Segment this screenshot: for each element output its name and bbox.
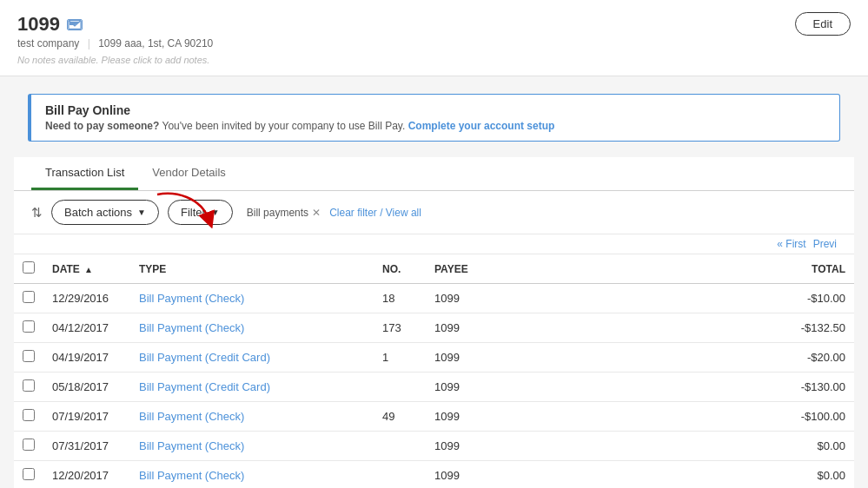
header-section: 1099 Edit test company | 1099 aaa, 1st, …	[0, 0, 868, 76]
row-checkbox-cell	[14, 373, 43, 402]
table-row: 04/19/2017 Bill Payment (Credit Card) 1 …	[14, 343, 854, 373]
batch-actions-button[interactable]: Batch actions ▼	[51, 200, 159, 225]
edit-button[interactable]: Edit	[795, 12, 851, 36]
vendor-subtitle: test company | 1099 aaa, 1st, CA 90210	[17, 37, 851, 49]
row-checkbox-cell	[14, 343, 43, 373]
row-date-1: 04/12/2017	[43, 313, 130, 343]
pipe-divider: |	[88, 37, 90, 49]
row-type-6[interactable]: Bill Payment (Check)	[130, 461, 374, 489]
bill-pay-desc-middle: You've been invited by your company to u…	[162, 120, 406, 132]
row-total-5: $0.00	[600, 432, 854, 461]
header-date[interactable]: DATE ▲	[43, 254, 130, 284]
row-checkbox-1[interactable]	[23, 320, 35, 333]
tabs-row: Transaction List Vendor Details	[31, 157, 837, 190]
pagination-first[interactable]: « First	[777, 238, 805, 250]
row-date-5: 07/31/2017	[43, 432, 130, 461]
tab-vendor-details-label: Vendor Details	[152, 166, 226, 179]
row-total-1: -$132.50	[600, 313, 854, 343]
clear-filter-link[interactable]: Clear filter / View all	[329, 207, 421, 219]
row-total-0: -$10.00	[600, 284, 854, 313]
row-checkbox-cell	[14, 432, 43, 461]
row-no-5	[374, 432, 426, 461]
filter-chevron: ▼	[211, 208, 220, 217]
vendor-address: 1099 aaa, 1st, CA 90210	[98, 37, 213, 49]
row-checkbox-0[interactable]	[23, 291, 35, 303]
row-type-3[interactable]: Bill Payment (Credit Card)	[130, 373, 374, 402]
row-checkbox-5[interactable]	[23, 439, 35, 451]
table-row: 05/18/2017 Bill Payment (Credit Card) 10…	[14, 373, 854, 402]
row-type-4[interactable]: Bill Payment (Check)	[130, 402, 374, 432]
header-title-area: 1099	[17, 13, 83, 36]
page-container: 1099 Edit test company | 1099 aaa, 1st, …	[0, 0, 868, 488]
row-date-3: 05/18/2017	[43, 373, 130, 402]
email-icon[interactable]	[67, 19, 83, 30]
svg-rect-0	[69, 21, 81, 30]
row-checkbox-cell	[14, 461, 43, 489]
row-payee-2: 1099	[426, 343, 600, 373]
header-type[interactable]: TYPE	[130, 254, 374, 284]
toolbar: ⇅ Batch actions ▼ Filter ▼ Bill payments…	[14, 191, 854, 234]
row-payee-4: 1099	[426, 402, 600, 432]
row-checkbox-2[interactable]	[23, 350, 35, 362]
row-total-6: $0.00	[600, 461, 854, 489]
table-header-row: DATE ▲ TYPE NO. PAYEE TOTAL	[14, 254, 854, 284]
pagination-row: « First Previ	[14, 234, 854, 254]
row-no-2: 1	[374, 343, 426, 373]
row-type-5[interactable]: Bill Payment (Check)	[130, 432, 374, 461]
row-no-3	[374, 373, 426, 402]
bill-pay-title: Bill Pay Online	[45, 103, 825, 117]
table-row: 07/31/2017 Bill Payment (Check) 1099 $0.…	[14, 432, 854, 461]
row-date-2: 04/19/2017	[43, 343, 130, 373]
tab-vendor-details[interactable]: Vendor Details	[138, 157, 240, 190]
row-total-4: -$100.00	[600, 402, 854, 432]
tab-transaction-list-label: Transaction List	[45, 166, 124, 179]
row-checkbox-6[interactable]	[23, 468, 35, 480]
row-type-0[interactable]: Bill Payment (Check)	[130, 284, 374, 313]
table-row: 12/20/2017 Bill Payment (Check) 1099 $0.…	[14, 461, 854, 489]
notes-text[interactable]: No notes available. Please click to add …	[17, 55, 851, 65]
row-no-6	[374, 461, 426, 489]
row-date-6: 12/20/2017	[43, 461, 130, 489]
table-row: 07/19/2017 Bill Payment (Check) 49 1099 …	[14, 402, 854, 432]
row-total-2: -$20.00	[600, 343, 854, 373]
bill-pay-banner: Bill Pay Online Need to pay someone? You…	[28, 94, 840, 142]
pagination-prev[interactable]: Previ	[813, 238, 837, 250]
date-sort-arrow: ▲	[84, 265, 93, 274]
row-checkbox-3[interactable]	[23, 379, 35, 392]
row-type-1[interactable]: Bill Payment (Check)	[130, 313, 374, 343]
bill-pay-link[interactable]: Complete your account setup	[408, 120, 555, 132]
filter-tag: Bill payments ✕	[247, 207, 321, 219]
row-no-4: 49	[374, 402, 426, 432]
table-wrapper: DATE ▲ TYPE NO. PAYEE TOTAL 12/29/2016 B…	[14, 254, 854, 488]
header-checkbox-cell	[14, 254, 43, 284]
header-no[interactable]: NO.	[374, 254, 426, 284]
filter-button[interactable]: Filter ▼	[168, 200, 233, 225]
tabs-section: Transaction List Vendor Details	[14, 157, 854, 191]
vendor-title: 1099	[17, 13, 60, 36]
row-checkbox-4[interactable]	[23, 409, 35, 421]
tab-transaction-list[interactable]: Transaction List	[31, 157, 138, 190]
row-payee-6: 1099	[426, 461, 600, 489]
row-date-0: 12/29/2016	[43, 284, 130, 313]
filter-label: Filter	[181, 206, 206, 219]
row-checkbox-cell	[14, 284, 43, 313]
header-top: 1099 Edit	[17, 12, 851, 36]
row-checkbox-cell	[14, 313, 43, 343]
row-payee-1: 1099	[426, 313, 600, 343]
select-all-checkbox[interactable]	[23, 261, 35, 274]
header-total[interactable]: TOTAL	[600, 254, 854, 284]
table-row: 04/12/2017 Bill Payment (Check) 173 1099…	[14, 313, 854, 343]
row-type-2[interactable]: Bill Payment (Credit Card)	[130, 343, 374, 373]
table-body: 12/29/2016 Bill Payment (Check) 18 1099 …	[14, 284, 854, 489]
company-name: test company	[17, 37, 79, 49]
batch-actions-chevron: ▼	[137, 208, 146, 217]
bill-pay-desc-prefix: Need to pay someone?	[45, 120, 159, 132]
row-no-1: 173	[374, 313, 426, 343]
row-checkbox-cell	[14, 402, 43, 432]
row-no-0: 18	[374, 284, 426, 313]
header-payee[interactable]: PAYEE	[426, 254, 600, 284]
filter-tag-remove[interactable]: ✕	[312, 207, 321, 219]
table-row: 12/29/2016 Bill Payment (Check) 18 1099 …	[14, 284, 854, 313]
sort-icon[interactable]: ⇅	[31, 205, 43, 221]
filter-tag-text: Bill payments	[247, 207, 308, 219]
